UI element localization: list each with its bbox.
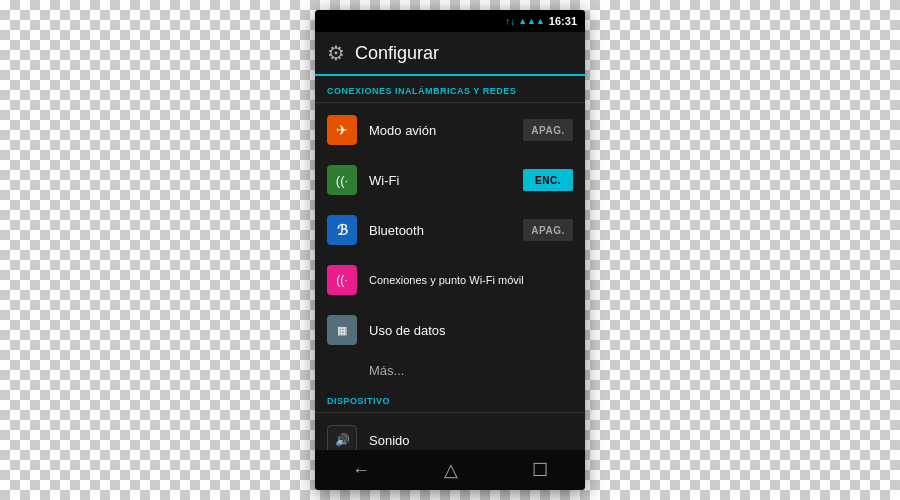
row-wifi[interactable]: ((· Wi-Fi ENC. [315,155,585,205]
nav-bar: ← △ ☐ [315,450,585,490]
bluetooth-toggle[interactable]: APAG. [523,219,573,241]
datos-label: Uso de datos [369,323,573,338]
row-bluetooth[interactable]: ℬ Bluetooth APAG. [315,205,585,255]
bluetooth-label: Bluetooth [369,223,511,238]
hotspot-icon: ((· [327,265,357,295]
hotspot-label: Conexiones y punto Wi-Fi móvil [369,274,573,286]
status-time: 16:31 [549,15,577,27]
row-modo-avion[interactable]: ✈ Modo avión APAG. [315,105,585,155]
phone-frame: ↑↓ ▲▲▲ 16:31 ⚙ Configurar CONEXIONES INA… [315,10,585,490]
gear-icon: ⚙ [327,41,345,65]
signal-icon: ▲▲▲ [518,16,545,26]
divider-1 [315,102,585,103]
status-icons: ↑↓ ▲▲▲ [505,16,545,27]
status-bar: ↑↓ ▲▲▲ 16:31 [315,10,585,32]
data-icon: ▦ [327,315,357,345]
page-title: Configurar [355,43,439,64]
wifi-toggle[interactable]: ENC. [523,169,573,191]
settings-content: CONEXIONES INALÁMBRICAS Y REDES ✈ Modo a… [315,76,585,450]
row-datos[interactable]: ▦ Uso de datos [315,305,585,355]
modo-avion-label: Modo avión [369,123,511,138]
title-bar: ⚙ Configurar [315,32,585,76]
home-button[interactable]: △ [432,455,470,485]
wifi-icon: ((· [327,165,357,195]
network-icon: ↑↓ [505,16,515,27]
bluetooth-icon: ℬ [327,215,357,245]
modo-avion-toggle[interactable]: APAG. [523,119,573,141]
back-button[interactable]: ← [340,456,382,485]
section-header-conexiones: CONEXIONES INALÁMBRICAS Y REDES [315,76,585,102]
sonido-label: Sonido [369,433,573,448]
row-sonido[interactable]: 🔊 Sonido [315,415,585,450]
sound-icon: 🔊 [327,425,357,450]
recent-button[interactable]: ☐ [520,455,560,485]
row-hotspot[interactable]: ((· Conexiones y punto Wi-Fi móvil [315,255,585,305]
airplane-icon: ✈ [327,115,357,145]
mas-item[interactable]: Más... [315,355,585,386]
section-header-dispositivo: DISPOSITIVO [315,386,585,412]
divider-2 [315,412,585,413]
wifi-label: Wi-Fi [369,173,511,188]
